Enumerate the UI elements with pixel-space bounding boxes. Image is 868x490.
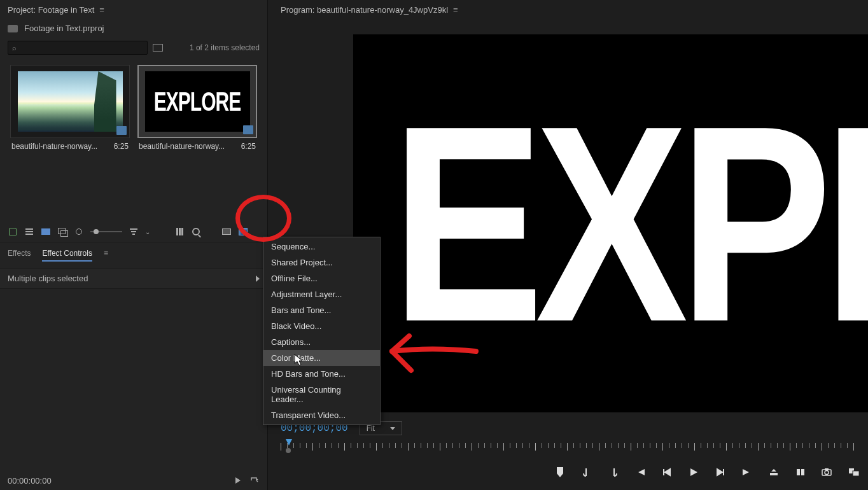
- thumb-text: EXPLORE: [154, 87, 241, 117]
- sequence-badge-icon: [243, 125, 253, 134]
- program-monitor[interactable]: EXPLORE: [353, 34, 868, 412]
- clip-thumbnail: [10, 65, 130, 138]
- project-panel: Project: Footage in Text ≡ Footage in Te…: [0, 0, 267, 242]
- menu-item-black-video[interactable]: Black Video...: [263, 318, 380, 334]
- project-search-row: ⌕ 1 of 2 items selected: [0, 37, 267, 59]
- automate-to-sequence-icon[interactable]: [174, 227, 185, 237]
- panel-menu-icon[interactable]: ≡: [104, 249, 108, 262]
- menu-item-offline-file[interactable]: Offline File...: [263, 270, 380, 286]
- find-icon[interactable]: [191, 227, 201, 237]
- monitor-text: EXPLORE: [391, 62, 868, 384]
- bin-icon: [8, 25, 18, 32]
- project-file-name: Footage in Text.prproj: [24, 24, 104, 33]
- multiple-clips-label: Multiple clips selected: [8, 274, 88, 283]
- export-frame-button[interactable]: [821, 466, 834, 479]
- svg-rect-1: [797, 469, 800, 475]
- freeform-view-icon[interactable]: [57, 227, 67, 237]
- footer-timecode: 00:00:00:00: [8, 476, 52, 486]
- project-panel-header: Project: Footage in Text ≡: [0, 0, 267, 20]
- extract-button[interactable]: [794, 466, 807, 479]
- menu-item-shared-project[interactable]: Shared Project...: [263, 255, 380, 270]
- menu-item-transparent-video[interactable]: Transparent Video...: [263, 407, 380, 423]
- clip-duration: 6:25: [114, 142, 129, 151]
- clips-grid: beautiful-nature-norway... 6:25 EXPLORE …: [0, 59, 267, 161]
- menu-item-captions[interactable]: Captions...: [263, 334, 380, 350]
- icon-view-icon[interactable]: [41, 227, 51, 237]
- fit-label: Fit: [367, 424, 375, 433]
- project-file-row: Footage in Text.prproj: [0, 20, 267, 37]
- tab-effects[interactable]: Effects: [8, 249, 31, 262]
- clip-item[interactable]: EXPLORE beautiful-nature-norway... 6:25: [137, 65, 257, 155]
- program-panel-header: Program: beautiful-nature-norway_4JwpVz9…: [268, 0, 868, 20]
- menu-item-color-matte[interactable]: Color Matte...: [263, 350, 380, 366]
- svg-rect-2: [801, 469, 804, 475]
- mark-out-button[interactable]: [607, 466, 620, 479]
- step-back-button[interactable]: [661, 466, 673, 479]
- lift-button[interactable]: [767, 466, 780, 479]
- list-view-icon[interactable]: [24, 227, 34, 237]
- lock-icon[interactable]: [8, 227, 18, 237]
- clip-name: beautiful-nature-norway...: [11, 142, 97, 151]
- go-to-out-button[interactable]: [741, 466, 753, 479]
- panel-menu-icon[interactable]: ≡: [99, 5, 104, 15]
- timeline-ruler[interactable]: [281, 439, 855, 453]
- menu-item-hd-bars-and-tone[interactable]: HD Bars and Tone...: [263, 366, 380, 382]
- transport-controls: [554, 466, 860, 479]
- play-icon[interactable]: [233, 475, 243, 486]
- search-icon: ⌕: [12, 44, 17, 52]
- menu-item-adjustment-layer[interactable]: Adjustment Layer...: [263, 286, 380, 302]
- new-bin-icon[interactable]: [153, 44, 163, 52]
- project-toolbar: ⌄: [8, 227, 260, 237]
- step-forward-button[interactable]: [714, 466, 727, 479]
- new-bin-button[interactable]: [221, 227, 232, 237]
- svg-rect-7: [853, 471, 859, 476]
- tab-effect-controls[interactable]: Effect Controls: [42, 249, 92, 262]
- sort-icon[interactable]: [129, 227, 139, 237]
- new-item-context-menu: Sequence... Shared Project... Offline Fi…: [263, 237, 381, 425]
- menu-item-universal-counting-leader[interactable]: Universal Counting Leader...: [263, 382, 380, 407]
- svg-rect-0: [770, 473, 778, 475]
- ruler-ticks: [281, 443, 855, 448]
- go-to-in-button[interactable]: [634, 466, 647, 479]
- play-button[interactable]: [687, 466, 700, 479]
- effect-controls-header[interactable]: Multiple clips selected: [0, 268, 267, 289]
- effect-controls-footer: 00:00:00:00: [0, 471, 267, 490]
- menu-item-bars-and-tone[interactable]: Bars and Tone...: [263, 302, 380, 318]
- zoom-slider[interactable]: [90, 231, 122, 232]
- selection-status: 1 of 2 items selected: [190, 43, 260, 52]
- mark-in-button[interactable]: [580, 466, 593, 479]
- panel-menu-icon[interactable]: ≡: [453, 5, 458, 15]
- svg-rect-5: [825, 468, 829, 470]
- clip-name: beautiful-nature-norway...: [139, 142, 225, 151]
- program-title: Program: beautiful-nature-norway_4JwpVz9…: [281, 5, 448, 15]
- zoom-handle-icon[interactable]: [74, 227, 84, 237]
- menu-item-sequence[interactable]: Sequence...: [263, 239, 380, 255]
- clip-item[interactable]: beautiful-nature-norway... 6:25: [10, 65, 130, 155]
- svg-point-4: [825, 471, 829, 475]
- new-item-button[interactable]: [238, 227, 248, 237]
- project-panel-title: Project: Footage in Text: [8, 5, 94, 15]
- effects-panel: Effects Effect Controls ≡ Multiple clips…: [0, 242, 267, 471]
- sequence-badge-icon: [116, 126, 127, 135]
- add-marker-button[interactable]: [554, 466, 566, 479]
- chevron-down-icon[interactable]: ⌄: [145, 228, 150, 235]
- loop-icon[interactable]: [249, 475, 260, 486]
- effects-tabs: Effects Effect Controls ≡: [0, 242, 267, 268]
- search-input[interactable]: ⌕: [8, 41, 148, 55]
- scroll-handle[interactable]: [286, 448, 291, 453]
- clip-duration: 6:25: [241, 142, 256, 151]
- clip-thumbnail: EXPLORE: [137, 65, 257, 138]
- comparison-view-button[interactable]: [848, 466, 860, 479]
- chevron-down-icon: [390, 427, 395, 430]
- expand-icon: [256, 276, 260, 282]
